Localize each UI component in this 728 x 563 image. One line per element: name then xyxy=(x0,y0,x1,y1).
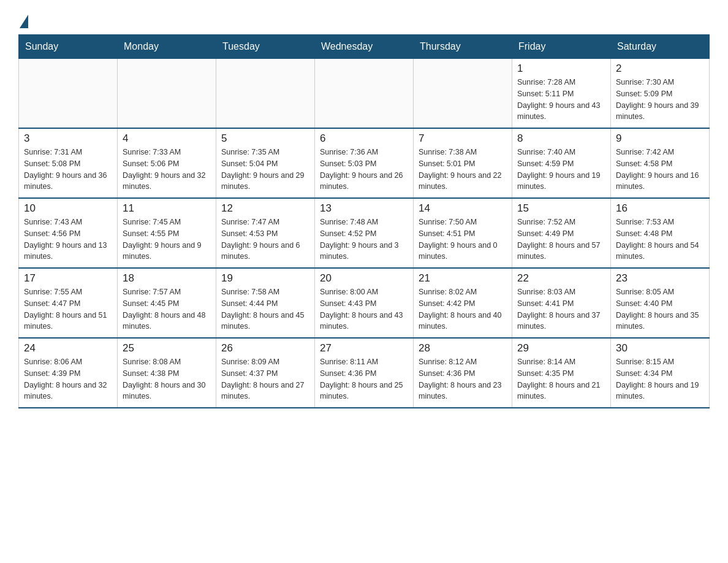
day-info: Sunrise: 7:48 AM Sunset: 4:52 PM Dayligh… xyxy=(320,218,399,261)
day-number: 15 xyxy=(517,202,605,215)
day-info: Sunrise: 7:42 AM Sunset: 4:58 PM Dayligh… xyxy=(616,148,699,191)
day-cell: 28Sunrise: 8:12 AM Sunset: 4:36 PM Dayli… xyxy=(414,338,512,408)
day-number: 4 xyxy=(123,132,211,145)
day-info: Sunrise: 7:58 AM Sunset: 4:44 PM Dayligh… xyxy=(221,288,305,331)
day-cell: 11Sunrise: 7:45 AM Sunset: 4:55 PM Dayli… xyxy=(118,198,216,268)
day-number: 1 xyxy=(517,63,605,75)
day-number: 5 xyxy=(221,132,309,145)
day-number: 17 xyxy=(24,272,112,285)
day-number: 29 xyxy=(517,342,605,354)
day-number: 8 xyxy=(517,132,605,145)
calendar-table: SundayMondayTuesdayWednesdayThursdayFrid… xyxy=(18,34,710,408)
day-number: 25 xyxy=(123,342,211,354)
week-row-4: 17Sunrise: 7:55 AM Sunset: 4:47 PM Dayli… xyxy=(19,268,710,338)
day-info: Sunrise: 8:11 AM Sunset: 4:36 PM Dayligh… xyxy=(320,358,403,400)
day-cell: 30Sunrise: 8:15 AM Sunset: 4:34 PM Dayli… xyxy=(611,338,710,408)
day-cell: 18Sunrise: 7:57 AM Sunset: 4:45 PM Dayli… xyxy=(118,268,216,338)
day-number: 22 xyxy=(517,272,605,285)
day-number: 19 xyxy=(221,272,309,285)
day-info: Sunrise: 7:45 AM Sunset: 4:55 PM Dayligh… xyxy=(123,218,202,261)
day-cell: 16Sunrise: 7:53 AM Sunset: 4:48 PM Dayli… xyxy=(611,198,710,268)
day-info: Sunrise: 7:55 AM Sunset: 4:47 PM Dayligh… xyxy=(24,288,107,331)
day-cell: 19Sunrise: 7:58 AM Sunset: 4:44 PM Dayli… xyxy=(216,268,315,338)
day-cell: 21Sunrise: 8:02 AM Sunset: 4:42 PM Dayli… xyxy=(414,268,512,338)
day-info: Sunrise: 8:05 AM Sunset: 4:40 PM Dayligh… xyxy=(616,288,699,331)
week-row-3: 10Sunrise: 7:43 AM Sunset: 4:56 PM Dayli… xyxy=(19,198,710,268)
day-number: 14 xyxy=(419,202,507,215)
week-row-2: 3Sunrise: 7:31 AM Sunset: 5:08 PM Daylig… xyxy=(19,128,710,198)
day-number: 9 xyxy=(616,132,704,145)
day-info: Sunrise: 7:35 AM Sunset: 5:04 PM Dayligh… xyxy=(221,148,305,191)
day-number: 2 xyxy=(616,63,704,75)
day-info: Sunrise: 7:38 AM Sunset: 5:01 PM Dayligh… xyxy=(419,148,502,191)
day-cell: 23Sunrise: 8:05 AM Sunset: 4:40 PM Dayli… xyxy=(611,268,710,338)
day-info: Sunrise: 8:08 AM Sunset: 4:38 PM Dayligh… xyxy=(123,358,206,400)
day-number: 28 xyxy=(419,342,507,354)
day-number: 26 xyxy=(221,342,309,354)
day-number: 16 xyxy=(616,202,704,215)
day-number: 10 xyxy=(24,202,112,215)
day-cell: 24Sunrise: 8:06 AM Sunset: 4:39 PM Dayli… xyxy=(19,338,118,408)
day-info: Sunrise: 7:52 AM Sunset: 4:49 PM Dayligh… xyxy=(517,218,601,261)
day-info: Sunrise: 8:06 AM Sunset: 4:39 PM Dayligh… xyxy=(24,358,107,400)
day-cell: 8Sunrise: 7:40 AM Sunset: 4:59 PM Daylig… xyxy=(512,128,611,198)
day-cell xyxy=(414,59,512,129)
day-number: 30 xyxy=(616,342,704,354)
day-cell xyxy=(118,59,216,129)
day-cell: 20Sunrise: 8:00 AM Sunset: 4:43 PM Dayli… xyxy=(315,268,414,338)
weekday-header-row: SundayMondayTuesdayWednesdayThursdayFrid… xyxy=(19,35,710,59)
day-cell: 1Sunrise: 7:28 AM Sunset: 5:11 PM Daylig… xyxy=(512,59,611,129)
day-cell: 10Sunrise: 7:43 AM Sunset: 4:56 PM Dayli… xyxy=(19,198,118,268)
day-number: 11 xyxy=(123,202,211,215)
day-number: 20 xyxy=(320,272,408,285)
day-info: Sunrise: 8:14 AM Sunset: 4:35 PM Dayligh… xyxy=(517,358,601,400)
day-cell xyxy=(315,59,414,129)
day-cell: 2Sunrise: 7:30 AM Sunset: 5:09 PM Daylig… xyxy=(611,59,710,129)
day-cell: 13Sunrise: 7:48 AM Sunset: 4:52 PM Dayli… xyxy=(315,198,414,268)
day-number: 7 xyxy=(419,132,507,145)
logo xyxy=(18,12,28,28)
day-info: Sunrise: 8:09 AM Sunset: 4:37 PM Dayligh… xyxy=(221,358,305,400)
weekday-header-sunday: Sunday xyxy=(19,35,118,59)
weekday-header-friday: Friday xyxy=(512,35,611,59)
day-info: Sunrise: 7:43 AM Sunset: 4:56 PM Dayligh… xyxy=(24,218,107,261)
logo-triangle-icon xyxy=(20,15,28,28)
day-cell: 15Sunrise: 7:52 AM Sunset: 4:49 PM Dayli… xyxy=(512,198,611,268)
day-number: 13 xyxy=(320,202,408,215)
day-cell: 5Sunrise: 7:35 AM Sunset: 5:04 PM Daylig… xyxy=(216,128,315,198)
weekday-header-tuesday: Tuesday xyxy=(216,35,315,59)
day-number: 21 xyxy=(419,272,507,285)
weekday-header-monday: Monday xyxy=(118,35,216,59)
day-cell xyxy=(19,59,118,129)
day-cell: 27Sunrise: 8:11 AM Sunset: 4:36 PM Dayli… xyxy=(315,338,414,408)
day-number: 23 xyxy=(616,272,704,285)
day-cell: 22Sunrise: 8:03 AM Sunset: 4:41 PM Dayli… xyxy=(512,268,611,338)
day-info: Sunrise: 8:00 AM Sunset: 4:43 PM Dayligh… xyxy=(320,288,403,331)
weekday-header-saturday: Saturday xyxy=(611,35,710,59)
day-number: 24 xyxy=(24,342,112,354)
day-info: Sunrise: 7:33 AM Sunset: 5:06 PM Dayligh… xyxy=(123,148,206,191)
day-cell: 14Sunrise: 7:50 AM Sunset: 4:51 PM Dayli… xyxy=(414,198,512,268)
day-info: Sunrise: 8:03 AM Sunset: 4:41 PM Dayligh… xyxy=(517,288,601,331)
day-number: 18 xyxy=(123,272,211,285)
week-row-1: 1Sunrise: 7:28 AM Sunset: 5:11 PM Daylig… xyxy=(19,59,710,129)
day-info: Sunrise: 7:28 AM Sunset: 5:11 PM Dayligh… xyxy=(517,78,601,121)
day-info: Sunrise: 7:40 AM Sunset: 4:59 PM Dayligh… xyxy=(517,148,601,191)
weekday-header-thursday: Thursday xyxy=(414,35,512,59)
day-info: Sunrise: 7:53 AM Sunset: 4:48 PM Dayligh… xyxy=(616,218,699,261)
day-cell: 29Sunrise: 8:14 AM Sunset: 4:35 PM Dayli… xyxy=(512,338,611,408)
day-cell: 4Sunrise: 7:33 AM Sunset: 5:06 PM Daylig… xyxy=(118,128,216,198)
day-number: 6 xyxy=(320,132,408,145)
day-info: Sunrise: 7:50 AM Sunset: 4:51 PM Dayligh… xyxy=(419,218,498,261)
day-cell: 25Sunrise: 8:08 AM Sunset: 4:38 PM Dayli… xyxy=(118,338,216,408)
day-info: Sunrise: 7:47 AM Sunset: 4:53 PM Dayligh… xyxy=(221,218,300,261)
week-row-5: 24Sunrise: 8:06 AM Sunset: 4:39 PM Dayli… xyxy=(19,338,710,408)
page-header xyxy=(18,12,710,28)
day-cell: 6Sunrise: 7:36 AM Sunset: 5:03 PM Daylig… xyxy=(315,128,414,198)
day-number: 3 xyxy=(24,132,112,145)
day-number: 27 xyxy=(320,342,408,354)
day-cell: 26Sunrise: 8:09 AM Sunset: 4:37 PM Dayli… xyxy=(216,338,315,408)
day-cell: 17Sunrise: 7:55 AM Sunset: 4:47 PM Dayli… xyxy=(19,268,118,338)
day-info: Sunrise: 7:36 AM Sunset: 5:03 PM Dayligh… xyxy=(320,148,403,191)
day-info: Sunrise: 8:15 AM Sunset: 4:34 PM Dayligh… xyxy=(616,358,699,400)
